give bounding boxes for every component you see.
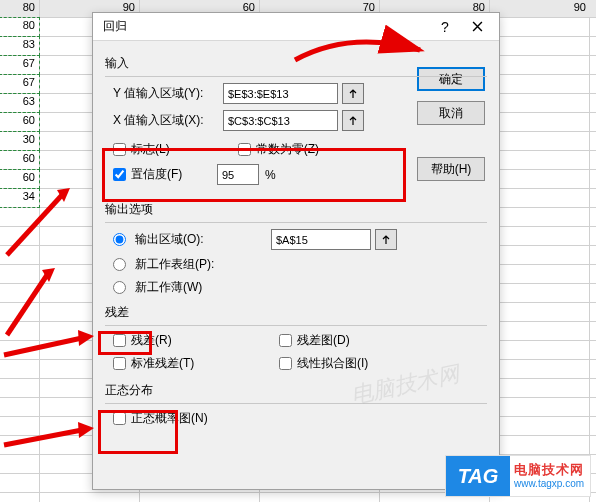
cell[interactable] — [490, 303, 590, 321]
out-newbook-label: 新工作薄(W) — [131, 279, 202, 296]
out-newsheet-row: 新工作表组(P): — [105, 256, 487, 273]
cell[interactable] — [0, 208, 40, 226]
cell[interactable] — [490, 189, 590, 207]
cell[interactable] — [0, 436, 40, 454]
cell[interactable] — [490, 170, 590, 188]
normal-plot-label: 正态概率图(N) — [131, 410, 208, 427]
out-range-label: 输出区域(O): — [131, 231, 231, 248]
std-resid-label: 标准残差(T) — [131, 355, 271, 372]
help-icon[interactable]: ? — [429, 16, 461, 38]
dialog-title: 回归 — [103, 18, 429, 35]
cell[interactable] — [0, 493, 40, 502]
cell[interactable] — [0, 322, 40, 340]
out-range-radio[interactable] — [113, 233, 126, 246]
cell[interactable] — [490, 360, 590, 378]
cell[interactable] — [40, 493, 140, 502]
cell[interactable] — [490, 227, 590, 245]
out-newsheet-label: 新工作表组(P): — [131, 256, 214, 273]
resid-plot-checkbox[interactable] — [279, 334, 292, 347]
cell[interactable] — [0, 398, 40, 416]
selected-cell[interactable]: 83 — [0, 37, 40, 55]
confidence-input[interactable] — [217, 164, 259, 185]
cell[interactable] — [490, 379, 590, 397]
cell[interactable] — [0, 417, 40, 435]
resid-checkbox[interactable] — [113, 334, 126, 347]
cell[interactable] — [490, 56, 590, 74]
cell[interactable] — [0, 303, 40, 321]
zero-chk-label: 常数为零(Z) — [256, 141, 319, 158]
cell[interactable] — [0, 360, 40, 378]
labels-row: 标志(L) 常数为零(Z) — [105, 141, 487, 158]
section-residual: 残差 — [105, 304, 487, 321]
cell[interactable] — [490, 265, 590, 283]
selected-cell[interactable]: 60 — [0, 170, 40, 188]
out-newbook-row: 新工作薄(W) — [105, 279, 487, 296]
cell[interactable] — [0, 246, 40, 264]
ref-select-icon[interactable] — [342, 83, 364, 104]
selected-cell[interactable]: 80 — [0, 18, 40, 36]
linefit-label: 线性拟合图(I) — [297, 355, 368, 372]
cell[interactable] — [0, 284, 40, 302]
y-range-label: Y 值输入区域(Y): — [105, 85, 223, 102]
section-input: 输入 — [105, 55, 487, 72]
normal-row: 正态概率图(N) — [105, 410, 487, 427]
x-range-input[interactable] — [223, 110, 338, 131]
cell[interactable] — [490, 132, 590, 150]
cell[interactable] — [490, 18, 590, 36]
cell[interactable] — [490, 436, 590, 454]
x-range-label: X 值输入区域(X): — [105, 112, 223, 129]
std-resid-checkbox[interactable] — [113, 357, 126, 370]
dialog-body: 输入 Y 值输入区域(Y): X 值输入区域(X): 标志(L) 常数为零(Z) — [93, 41, 499, 443]
selected-cell[interactable]: 63 — [0, 94, 40, 112]
confidence-checkbox[interactable] — [113, 168, 126, 181]
y-range-input[interactable] — [223, 83, 338, 104]
cell[interactable] — [490, 284, 590, 302]
selected-cell[interactable]: 67 — [0, 75, 40, 93]
section-normal: 正态分布 — [105, 382, 487, 399]
confidence-chk-label: 置信度(F) — [131, 166, 217, 183]
selected-cell[interactable]: 30 — [0, 132, 40, 150]
cell[interactable] — [0, 379, 40, 397]
cell[interactable] — [0, 265, 40, 283]
col-header: 80 — [0, 0, 40, 17]
cell[interactable] — [0, 227, 40, 245]
labels-checkbox[interactable] — [113, 143, 126, 156]
cell[interactable] — [490, 322, 590, 340]
cell[interactable] — [490, 208, 590, 226]
cell[interactable] — [490, 246, 590, 264]
logo-tag: TAG — [446, 456, 510, 496]
cell[interactable] — [490, 113, 590, 131]
cell[interactable] — [490, 37, 590, 55]
cell[interactable] — [490, 341, 590, 359]
cell[interactable] — [260, 493, 380, 502]
linefit-checkbox[interactable] — [279, 357, 292, 370]
resid-row2: 标准残差(T) 线性拟合图(I) — [105, 355, 487, 372]
cell[interactable] — [490, 75, 590, 93]
cell[interactable] — [490, 417, 590, 435]
zero-checkbox[interactable] — [238, 143, 251, 156]
close-icon[interactable] — [461, 16, 493, 38]
selected-cell[interactable]: 60 — [0, 151, 40, 169]
ref-select-icon[interactable] — [375, 229, 397, 250]
cell[interactable] — [140, 493, 260, 502]
titlebar: 回归 ? — [93, 13, 499, 41]
cell[interactable] — [490, 151, 590, 169]
cell[interactable] — [490, 94, 590, 112]
ref-select-icon[interactable] — [342, 110, 364, 131]
cell[interactable] — [0, 474, 40, 492]
resid-chk-label: 残差(R) — [131, 332, 271, 349]
confidence-unit: % — [265, 168, 276, 182]
selected-cell[interactable]: 34 — [0, 189, 40, 207]
cell[interactable] — [490, 398, 590, 416]
selected-cell[interactable]: 60 — [0, 113, 40, 131]
normal-plot-checkbox[interactable] — [113, 412, 126, 425]
cell[interactable] — [0, 341, 40, 359]
out-range-row: 输出区域(O): — [105, 229, 487, 250]
out-newbook-radio[interactable] — [113, 281, 126, 294]
cell[interactable] — [0, 455, 40, 473]
out-newsheet-radio[interactable] — [113, 258, 126, 271]
logo-line1: 电脑技术网 — [514, 462, 586, 478]
out-range-input[interactable] — [271, 229, 371, 250]
resid-plot-label: 残差图(D) — [297, 332, 350, 349]
selected-cell[interactable]: 67 — [0, 56, 40, 74]
